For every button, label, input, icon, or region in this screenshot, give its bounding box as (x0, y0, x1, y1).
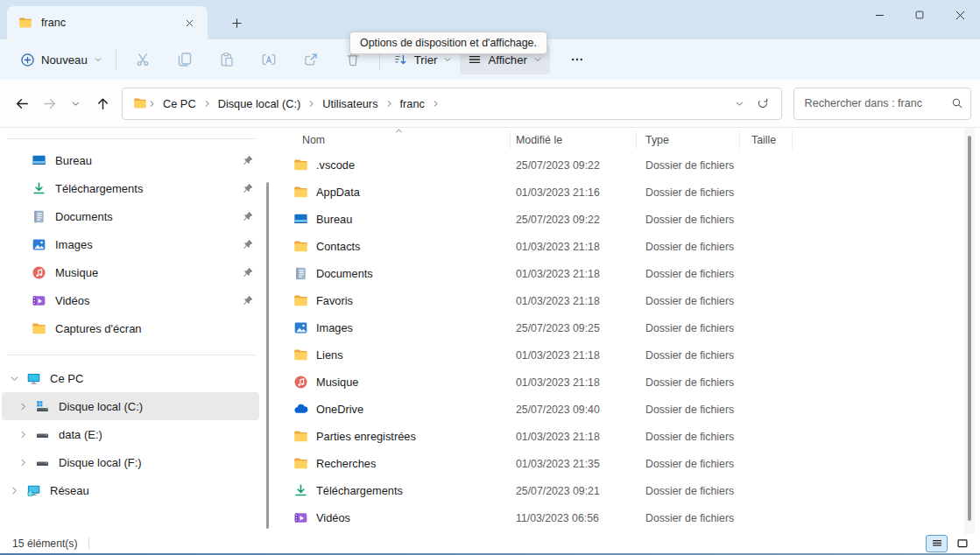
sidebar-tree-item-disque-local-c-[interactable]: Disque local (C:) (2, 392, 259, 420)
expand-chevron[interactable] (16, 402, 30, 411)
expand-chevron[interactable] (16, 430, 30, 439)
sidebar-item-musique[interactable]: Musique (2, 258, 259, 286)
file-rows: .vscode25/07/2023 09:22Dossier de fichie… (271, 151, 980, 531)
recent-locations-button[interactable] (62, 90, 89, 117)
column-header-taille[interactable]: Taille (740, 131, 793, 149)
sidebar-tree-item-ce-pc[interactable]: Ce PC (2, 364, 259, 392)
file-row[interactable]: Vidéos11/03/2023 06:56Dossier de fichier… (271, 504, 980, 531)
sidebar-item-t-l-chargements[interactable]: Téléchargements (2, 174, 259, 202)
window-controls (859, 0, 980, 30)
breadcrumb-utilisateurs[interactable]: Utilisateurs (316, 95, 384, 113)
sidebar-item-label: Téléchargements (55, 182, 242, 195)
file-row[interactable]: OneDrive25/07/2023 09:40Dossier de fichi… (271, 396, 980, 423)
file-modified: 25/07/2023 09:21 (516, 485, 645, 497)
sidebar-tree-item-data-e-[interactable]: data (E:) (2, 420, 259, 448)
breadcrumb-franc[interactable]: franc (394, 95, 431, 113)
tab-franc[interactable]: franc (7, 6, 208, 39)
breadcrumb-ce-pc[interactable]: Ce PC (157, 95, 202, 113)
pin-indicator[interactable] (242, 266, 254, 278)
up-button[interactable] (89, 90, 116, 117)
address-bar[interactable]: Ce PC Disque local (C:) Utilisateurs fra… (122, 88, 782, 120)
expand-chevron[interactable] (16, 458, 30, 467)
sidebar-tree-item-r-seau[interactable]: Réseau (2, 476, 259, 504)
chevron-right-icon (203, 100, 211, 108)
file-list-scrollbar-thumb[interactable] (968, 136, 971, 521)
sidebar-item-images[interactable]: Images (2, 230, 259, 258)
file-type: Dossier de fichiers (645, 431, 751, 443)
column-header-nom[interactable]: Nom (271, 131, 511, 149)
sidebar-scrollbar-thumb[interactable] (266, 182, 269, 529)
file-row[interactable]: Parties enregistrées01/03/2023 21:18Doss… (271, 423, 980, 450)
file-name: Liens (316, 348, 343, 362)
afficher-label: Afficher (488, 53, 526, 67)
expand-chevron[interactable] (7, 374, 21, 383)
file-row[interactable]: .vscode25/07/2023 09:22Dossier de fichie… (271, 151, 980, 179)
close-window-button[interactable] (940, 0, 980, 30)
expand-chevron[interactable] (7, 486, 21, 495)
details-view-button[interactable] (926, 535, 948, 552)
tab-title: franc (41, 17, 180, 29)
file-name: AppData (316, 186, 360, 199)
images-icon (293, 320, 308, 335)
new-tab-button[interactable] (225, 11, 248, 34)
file-row[interactable]: Images25/07/2023 09:25Dossier de fichier… (271, 314, 980, 341)
sidebar-item-label: Documents (55, 210, 242, 223)
file-row[interactable]: Contacts01/03/2023 21:18Dossier de fichi… (271, 233, 980, 260)
file-row[interactable]: Documents01/03/2023 21:18Dossier de fich… (271, 260, 980, 287)
file-name: Téléchargements (316, 484, 403, 497)
nouveau-button[interactable]: Nouveau (12, 45, 110, 74)
column-header-modifie[interactable]: Modifié le (511, 131, 637, 149)
refresh-button[interactable] (751, 92, 774, 115)
search-box[interactable] (793, 88, 971, 120)
tooltip-text: Options de disposition et d'affichage. (360, 37, 537, 49)
paste-button[interactable] (208, 45, 245, 74)
cut-button[interactable] (124, 45, 161, 74)
pin-indicator[interactable] (242, 294, 254, 306)
file-type: Dossier de fichiers (645, 268, 751, 280)
folder-icon (133, 96, 147, 110)
rename-button[interactable] (250, 45, 287, 74)
file-row[interactable]: AppData01/03/2023 21:16Dossier de fichie… (271, 179, 980, 206)
pin-indicator[interactable] (242, 154, 254, 166)
trier-label: Trier (414, 53, 438, 67)
sidebar-item-captures-d-cran[interactable]: Captures d'écran (2, 314, 259, 342)
share-button[interactable] (293, 45, 329, 74)
sidebar-tree-item-disque-local-f-[interactable]: Disque local (F:) (2, 448, 259, 476)
pin-indicator[interactable] (242, 238, 254, 250)
sidebar-item-documents[interactable]: Documents (2, 202, 259, 230)
arrow-right-icon (42, 96, 57, 111)
column-header-type[interactable]: Type (637, 131, 740, 149)
file-list-scrollbar[interactable] (964, 128, 975, 534)
file-row[interactable]: Bureau25/07/2023 09:22Dossier de fichier… (271, 206, 980, 233)
nouveau-label: Nouveau (41, 53, 88, 67)
file-type: Dossier de fichiers (645, 349, 751, 362)
maximize-button[interactable] (899, 0, 940, 30)
more-options-button[interactable] (559, 45, 596, 74)
address-dropdown-button[interactable] (729, 92, 751, 115)
copy-button[interactable] (166, 45, 203, 74)
back-button[interactable] (9, 90, 36, 117)
items-count: 15 élément(s) (12, 537, 78, 550)
chevron-right-icon (10, 486, 19, 495)
file-type: Dossier de fichiers (645, 241, 751, 253)
file-name: Favoris (316, 294, 353, 307)
file-row[interactable]: Favoris01/03/2023 21:18Dossier de fichie… (271, 287, 980, 314)
tab-close-button[interactable] (180, 13, 199, 32)
minimize-button[interactable] (859, 0, 899, 30)
pin-indicator[interactable] (242, 210, 254, 222)
music-icon (293, 375, 308, 390)
file-row[interactable]: Liens01/03/2023 21:18Dossier de fichiers (271, 341, 980, 369)
sidebar-item-bureau[interactable]: Bureau (2, 146, 259, 174)
pin-indicator[interactable] (242, 182, 254, 194)
large-icons-view-button[interactable] (951, 535, 973, 552)
plus-circle-icon (20, 53, 35, 67)
forward-button[interactable] (36, 90, 63, 117)
file-row[interactable]: Téléchargements25/07/2023 09:21Dossier d… (271, 477, 980, 504)
file-row[interactable]: Recherches01/03/2023 21:35Dossier de fic… (271, 450, 980, 477)
ellipsis-icon (570, 53, 584, 67)
breadcrumb-disque-c[interactable]: Disque local (C:) (212, 95, 307, 113)
sidebar-item-vid-os[interactable]: Vidéos (2, 286, 259, 314)
search-input[interactable] (805, 97, 951, 109)
sidebar-item-label: Musique (55, 266, 242, 279)
file-row[interactable]: Musique01/03/2023 21:18Dossier de fichie… (271, 369, 980, 396)
